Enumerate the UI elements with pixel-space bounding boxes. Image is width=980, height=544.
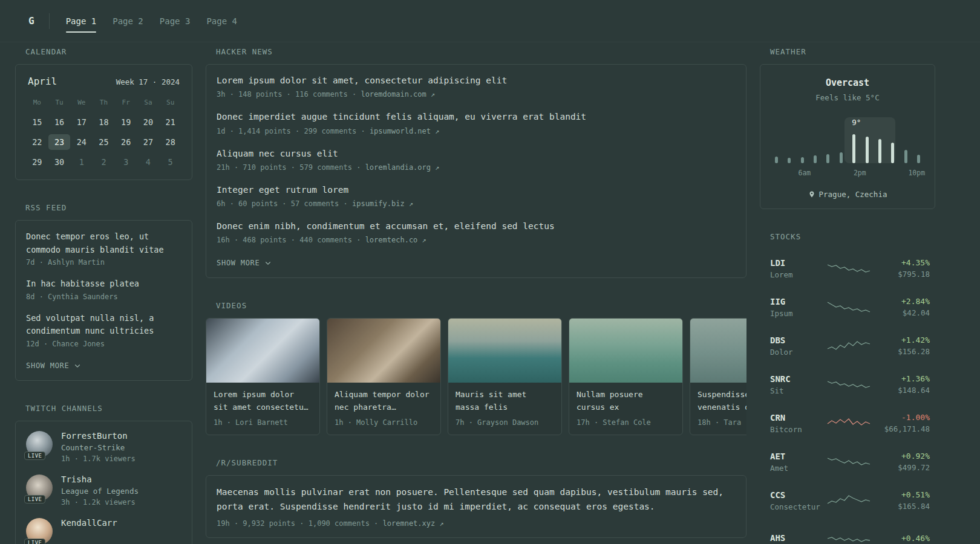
- weather-box: Overcast Feels like 5°C: [760, 64, 935, 209]
- calendar-day: 24: [70, 134, 93, 150]
- stock-row[interactable]: CRN Bitcorn -1.00% $66,171.48: [770, 404, 925, 442]
- twitch-channel-name[interactable]: KendallCarr: [61, 518, 117, 528]
- hn-story-link[interactable]: Integer eget rutrum lorem: [217, 184, 736, 196]
- stock-price: $499.72: [871, 463, 930, 472]
- calendar-day: 16: [48, 114, 71, 130]
- stock-sparkline: [827, 415, 871, 431]
- location-pin-icon: [808, 190, 815, 198]
- stock-change: +2.84%: [871, 297, 930, 306]
- stock-row[interactable]: IIG Ipsum +2.84% $42.04: [770, 288, 925, 326]
- twitch-channel-name[interactable]: Trisha: [61, 474, 139, 484]
- twitch-widget-title: TWITCH CHANNELS: [25, 404, 192, 413]
- app-logo: G: [28, 15, 34, 27]
- weekday-label: Mo: [26, 96, 48, 109]
- stock-name: Amet: [770, 464, 827, 473]
- weather-bar: [866, 137, 869, 163]
- hn-story-link[interactable]: Lorem ipsum dolor sit amet, consectetur …: [217, 74, 736, 86]
- calendar-day-next-month: 2: [93, 154, 115, 170]
- twitch-channel-name[interactable]: ForrestBurton: [61, 431, 136, 441]
- stocks-widget-title: STOCKS: [770, 232, 935, 241]
- video-title: Nullam posuere cursus ex: [577, 389, 675, 413]
- stock-row[interactable]: AHS +0.46%: [770, 520, 925, 544]
- hn-story-link[interactable]: Donec enim nibh, condimentum et accumsan…: [217, 220, 736, 232]
- stock-name: Consectetur: [770, 502, 827, 511]
- video-card[interactable]: Mauris sit amet massa felis 7h · Grayson…: [448, 318, 562, 435]
- tab-page-1[interactable]: Page 1: [66, 0, 97, 42]
- video-meta: 7h · Grayson Dawson: [456, 418, 554, 427]
- stock-ticker: AHS: [770, 533, 827, 543]
- stock-row[interactable]: SNRC Sit +1.36% $148.64: [770, 365, 925, 404]
- twitch-channel-row[interactable]: LIVE Trisha League of Legends 3h · 1.2k …: [26, 474, 181, 507]
- rss-item-link[interactable]: In hac habitasse platea: [26, 277, 181, 291]
- rss-item: In hac habitasse platea 8d · Cynthia Sau…: [26, 277, 181, 301]
- stock-row[interactable]: LDI Lorem +4.35% $795.18: [770, 249, 925, 288]
- hn-story: Donec imperdiet augue tincidunt felis al…: [217, 111, 736, 135]
- hn-story-link[interactable]: Aliquam nec cursus elit: [217, 147, 736, 160]
- hn-story: Aliquam nec cursus elit 21h · 710 points…: [217, 147, 736, 172]
- calendar-day: 27: [137, 134, 160, 150]
- weather-time-axis: 6am 2pm 10pm: [771, 169, 924, 178]
- hn-story-domain-link[interactable]: ipsumworld.net: [370, 127, 431, 135]
- twitch-channel-row[interactable]: LIVE KendallCarr: [26, 518, 181, 544]
- videos-widget: VIDEOS Lorem ipsum dolor sit amet consec…: [206, 301, 746, 435]
- subreddit-widget-title: /R/SUBREDDIT: [216, 458, 746, 467]
- rss-widget-title: RSS FEED: [25, 203, 192, 212]
- weekday-label: Th: [93, 96, 115, 109]
- hn-story-stats: 6h · 60 points · 57 comments ·: [217, 199, 352, 208]
- hn-story-domain-link[interactable]: loremtech.co: [365, 236, 418, 244]
- external-link-icon: ↗: [439, 519, 443, 528]
- video-title: Mauris sit amet massa felis: [456, 389, 554, 413]
- stock-row[interactable]: CCS Consectetur +0.51% $165.84: [770, 481, 925, 520]
- video-card[interactable]: Suspendisse venenatis diam 18h · Tara: [690, 318, 746, 435]
- hn-story-stats: 21h · 710 points · 579 comments ·: [217, 163, 365, 172]
- stock-ticker: DBS: [770, 335, 827, 345]
- left-column: CALENDAR April Week 17 · 2024 Mo Tu We T…: [15, 47, 192, 544]
- top-nav: G Page 1 Page 2 Page 3 Page 4: [0, 0, 980, 42]
- hn-story-domain-link[interactable]: ipsumify.biz: [352, 199, 405, 208]
- calendar-day: 18: [93, 114, 115, 130]
- twitch-channel-game: Counter-Strike: [61, 443, 136, 452]
- video-title: Aliquam tempor dolor nec pharetra…: [335, 389, 433, 413]
- tab-page-2[interactable]: Page 2: [113, 0, 143, 42]
- weather-bar: [775, 157, 778, 163]
- hn-story-domain-link[interactable]: loremlandia.org: [365, 163, 431, 172]
- weekday-label: Tu: [48, 96, 71, 109]
- calendar-month: April: [28, 76, 57, 87]
- stock-change: +1.36%: [871, 374, 930, 383]
- stock-sparkline: [827, 299, 871, 315]
- live-badge: LIVE: [24, 452, 45, 460]
- weather-bar: [917, 155, 920, 163]
- hn-story-link[interactable]: Donec imperdiet augue tincidunt felis al…: [217, 111, 736, 123]
- videos-scroll-row[interactable]: Lorem ipsum dolor sit amet consectetu… 1…: [206, 318, 746, 435]
- stock-change: +0.92%: [871, 452, 930, 461]
- subreddit-domain-link[interactable]: loremnet.xyz: [383, 519, 436, 528]
- rss-item-link[interactable]: Donec tempor eros leo, ut commodo mauris…: [26, 230, 181, 256]
- hn-story-domain-link[interactable]: loremdomain.com: [361, 90, 426, 99]
- weather-widget: WEATHER Overcast Feels like 5°C: [760, 47, 935, 209]
- stock-row[interactable]: AET Amet +0.92% $499.72: [770, 442, 925, 481]
- weather-bar: [801, 157, 804, 163]
- stock-change: +0.51%: [871, 490, 930, 499]
- rss-item-meta: 7d · Ashlyn Martin: [26, 258, 181, 267]
- hn-show-more-button[interactable]: SHOW MORE: [217, 259, 272, 267]
- chevron-down-icon: [264, 259, 272, 267]
- video-thumbnail: [569, 319, 682, 383]
- video-meta: 1h · Lori Barnett: [214, 418, 312, 427]
- video-card[interactable]: Lorem ipsum dolor sit amet consectetu… 1…: [206, 318, 320, 435]
- tab-page-3[interactable]: Page 3: [160, 0, 191, 42]
- tab-page-4[interactable]: Page 4: [206, 0, 237, 42]
- rss-show-more-button[interactable]: SHOW MORE: [26, 361, 81, 370]
- subreddit-post-link[interactable]: Maecenas mollis pulvinar erat non posuer…: [217, 485, 736, 513]
- stock-row[interactable]: DBS Dolor +1.42% $156.28: [770, 326, 925, 365]
- video-card[interactable]: Nullam posuere cursus ex 17h · Stefan Co…: [569, 318, 683, 435]
- twitch-channel-row[interactable]: LIVE ForrestBurton Counter-Strike 1h · 1…: [26, 431, 181, 463]
- video-card[interactable]: Aliquam tempor dolor nec pharetra… 1h · …: [327, 318, 441, 435]
- stock-sparkline: [827, 377, 871, 392]
- rss-item: Sed volutpat nulla nisl, a condimentum n…: [26, 312, 181, 348]
- rss-item-link[interactable]: Sed volutpat nulla nisl, a condimentum n…: [26, 312, 181, 338]
- calendar-day: 26: [115, 134, 137, 150]
- rss-box: Donec tempor eros leo, ut commodo mauris…: [15, 220, 192, 381]
- stock-ticker: LDI: [770, 258, 827, 268]
- stock-ticker: SNRC: [770, 374, 827, 384]
- weather-time-label: 2pm: [854, 169, 866, 177]
